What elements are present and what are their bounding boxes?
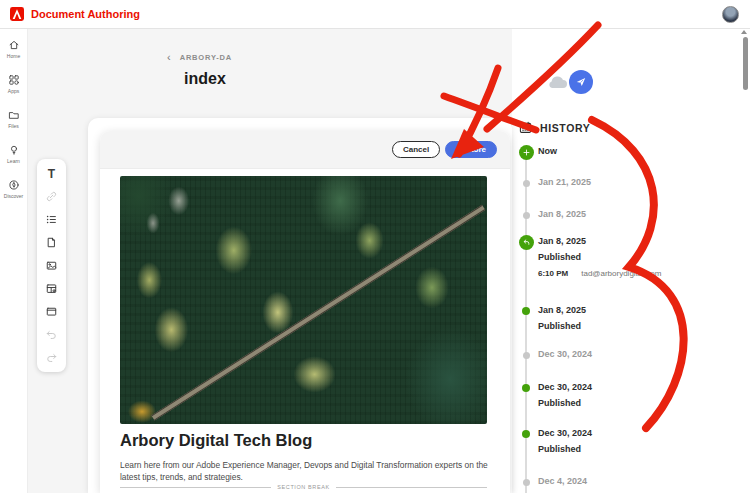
text-icon: T — [48, 168, 55, 180]
table-icon — [45, 282, 58, 295]
history-entry-date: Dec 30, 2024 — [538, 382, 592, 392]
published-dot-icon — [522, 384, 530, 392]
history-title: HISTORY — [540, 122, 590, 134]
frame-button[interactable] — [40, 301, 63, 322]
history-entry-status: Published — [538, 252, 661, 262]
section-break-line — [336, 487, 487, 488]
redo-icon — [45, 351, 58, 364]
page-button[interactable] — [40, 232, 63, 253]
scrollbar-thumb[interactable] — [743, 37, 748, 90]
section-break-label: SECTION BREAK — [271, 484, 335, 490]
version-dot-icon — [523, 352, 530, 359]
history-entry-label: Now — [538, 146, 557, 156]
adobe-logo-icon[interactable] — [10, 7, 24, 21]
history-entry[interactable]: Dec 30, 2024 Published — [518, 426, 592, 454]
version-dot-icon — [523, 212, 530, 219]
user-avatar[interactable] — [722, 6, 739, 23]
sidebar-item-label: Discover — [4, 193, 23, 199]
history-entry-time: 6:10 PM — [538, 269, 568, 278]
frame-icon — [45, 305, 58, 318]
history-entry[interactable]: Dec 30, 2024 Published — [518, 380, 592, 408]
list-button[interactable] — [40, 209, 63, 230]
redo-button[interactable] — [40, 347, 63, 368]
nav-rail: Home Apps Files Learn Discover — [0, 28, 28, 493]
image-button[interactable] — [40, 255, 63, 276]
article-intro: Learn here from our Adobe Experience Man… — [120, 460, 488, 483]
version-dot-icon — [523, 479, 530, 486]
version-dot-icon — [523, 180, 530, 187]
history-entry-date: Dec 30, 2024 — [538, 428, 592, 438]
restore-preview-card: Cancel Restore Arbory Digital Tech Blog … — [100, 131, 510, 493]
back-icon[interactable]: ‹ — [167, 52, 171, 62]
sidebar-item-discover[interactable]: Discover — [0, 179, 27, 203]
section-break-line — [120, 487, 271, 488]
compass-icon — [8, 179, 20, 191]
app-title: Document Authoring — [31, 8, 140, 20]
undo-icon — [45, 328, 58, 341]
bullet-list-icon — [45, 213, 58, 226]
paper-plane-icon — [575, 76, 587, 88]
table-button[interactable] — [40, 278, 63, 299]
history-panel: HISTORY Now Jan 21, 2025 Jan 8, 2025 Jan… — [512, 28, 750, 493]
top-app-bar: Document Authoring — [0, 0, 750, 29]
sidebar-item-label: Learn — [7, 158, 20, 164]
history-entry-date: Jan 8, 2025 — [538, 236, 661, 246]
history-entry-date: Dec 4, 2024 — [538, 476, 587, 486]
breadcrumb[interactable]: ‹ ARBORY-DA — [167, 52, 232, 62]
history-entry-now[interactable]: Now — [518, 144, 557, 160]
history-entry-author: tad@arborydigital.com — [581, 269, 661, 278]
lightbulb-icon — [8, 144, 20, 156]
published-dot-icon — [522, 307, 530, 315]
scrollbar-up-arrow-icon[interactable] — [741, 30, 747, 34]
text-style-button[interactable]: T — [40, 163, 63, 184]
cloud-sync-icon — [546, 74, 569, 89]
section-break: SECTION BREAK — [120, 484, 487, 490]
sidebar-item-label: Home — [7, 53, 20, 59]
restore-version-icon[interactable] — [519, 235, 534, 250]
add-version-icon[interactable] — [519, 145, 534, 160]
home-icon — [8, 39, 20, 51]
undo-button[interactable] — [40, 324, 63, 345]
history-entry[interactable]: Dec 4, 2024 — [518, 474, 587, 490]
history-entry[interactable]: Dec 30, 2024 — [518, 347, 592, 363]
forest-hero-image — [120, 176, 487, 424]
breadcrumb-label[interactable]: ARBORY-DA — [180, 53, 232, 62]
folder-icon — [8, 109, 20, 121]
history-entry-status: Published — [538, 444, 592, 454]
history-entry-status: Published — [538, 321, 586, 331]
sidebar-item-label: Apps — [8, 88, 19, 94]
article-heading: Arbory Digital Tech Blog — [120, 431, 312, 450]
sidebar-item-label: Files — [8, 123, 19, 129]
calendar-icon — [518, 120, 533, 135]
link-button[interactable] — [40, 186, 63, 207]
apps-icon — [8, 74, 20, 86]
image-icon — [45, 259, 58, 272]
sidebar-item-learn[interactable]: Learn — [0, 144, 27, 168]
restore-button[interactable]: Restore — [445, 141, 497, 158]
history-entry-date: Jan 21, 2025 — [538, 177, 591, 187]
history-entry[interactable]: Jan 8, 2025 — [518, 207, 586, 223]
restore-preview-header: Cancel Restore — [100, 131, 510, 169]
history-entry-date: Jan 8, 2025 — [538, 305, 586, 315]
link-icon — [45, 190, 58, 203]
history-entry[interactable]: Jan 8, 2025 Published — [518, 303, 586, 331]
page-icon — [45, 236, 58, 249]
sidebar-item-files[interactable]: Files — [0, 109, 27, 133]
history-entry[interactable]: Jan 21, 2025 — [518, 175, 591, 191]
published-dot-icon — [522, 430, 530, 438]
sidebar-item-home[interactable]: Home — [0, 39, 27, 63]
publish-send-button[interactable] — [569, 70, 593, 94]
history-entry-date: Dec 30, 2024 — [538, 349, 592, 359]
history-entry-date: Jan 8, 2025 — [538, 209, 586, 219]
history-header: HISTORY — [518, 120, 590, 135]
sidebar-item-apps[interactable]: Apps — [0, 74, 27, 98]
forest-road — [151, 205, 485, 421]
cancel-button[interactable]: Cancel — [392, 141, 440, 158]
history-entry-status: Published — [538, 398, 592, 408]
edit-toolbar: T — [37, 159, 66, 372]
history-entry-selected[interactable]: Jan 8, 2025 Published 6:10 PM tad@arbory… — [518, 234, 661, 278]
page-title: index — [184, 70, 226, 88]
